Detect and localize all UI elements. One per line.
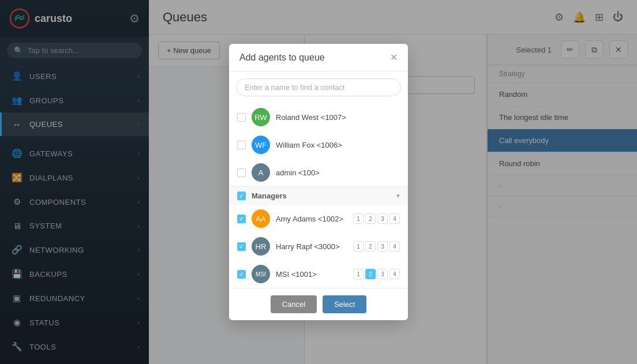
group-arrow-icon: ▾ xyxy=(396,192,400,200)
contact-avatar: MSI xyxy=(252,265,270,283)
tier-badge-2[interactable]: 2 xyxy=(365,213,376,224)
group-name: Managers xyxy=(252,192,391,200)
tier-badges: 1 2 3 4 xyxy=(353,269,400,279)
contact-item[interactable]: ✓ HR Harry Rapf <3000> 1 2 3 4 xyxy=(229,232,408,260)
tier-badge-3[interactable]: 3 xyxy=(377,269,388,279)
contact-name: Harry Rapf <3000> xyxy=(276,242,347,251)
tier-badge-4[interactable]: 4 xyxy=(389,213,400,224)
contact-avatar: WF xyxy=(252,136,270,154)
contact-item[interactable]: ✓ MSI MSI <1001> 1 2 3 4 xyxy=(229,260,408,288)
tier-badge-1[interactable]: 1 xyxy=(353,269,364,279)
contact-avatar: A xyxy=(252,163,270,182)
tier-badge-2[interactable]: 2 xyxy=(365,241,376,252)
contact-checkbox[interactable]: ✓ xyxy=(237,215,246,223)
tier-badges: 1 2 3 4 xyxy=(353,213,400,224)
cancel-button[interactable]: Cancel xyxy=(271,295,317,313)
contact-search-input[interactable] xyxy=(236,78,401,96)
group-header[interactable]: ✓ Managers ▾ xyxy=(229,186,408,205)
tier-badge-1[interactable]: 1 xyxy=(353,213,364,224)
tier-badge-1[interactable]: 1 xyxy=(353,241,364,252)
contact-checkbox[interactable] xyxy=(237,113,246,122)
modal-title: Add agents to queue xyxy=(239,52,325,63)
add-agents-modal: Add agents to queue ✕ RW Roland West <10… xyxy=(229,44,408,320)
contact-item[interactable]: ✓ AA Amy Adams <1002> 1 2 3 4 xyxy=(229,205,408,232)
contact-list: RW Roland West <1007> WF William Fox <10… xyxy=(229,103,408,288)
tier-badge-4[interactable]: 4 xyxy=(389,241,400,252)
contact-item[interactable]: A admin <100> xyxy=(229,159,408,186)
modal-header: Add agents to queue ✕ xyxy=(229,44,408,72)
modal-close-button[interactable]: ✕ xyxy=(390,52,398,63)
contact-item[interactable]: RW Roland West <1007> xyxy=(229,103,408,131)
group-checkbox[interactable]: ✓ xyxy=(237,192,246,200)
tier-badge-3[interactable]: 3 xyxy=(377,213,388,224)
contact-item[interactable]: WF William Fox <1006> xyxy=(229,131,408,159)
contact-name: MSI <1001> xyxy=(276,270,347,279)
contact-avatar: AA xyxy=(252,209,270,228)
contact-name: Roland West <1007> xyxy=(276,113,400,122)
contact-checkbox[interactable]: ✓ xyxy=(237,242,246,251)
contact-checkbox[interactable] xyxy=(237,141,246,149)
tier-badges: 1 2 3 4 xyxy=(353,241,400,252)
contact-name: Amy Adams <1002> xyxy=(276,215,347,223)
contact-name: admin <100> xyxy=(276,168,400,177)
contact-avatar: HR xyxy=(252,237,270,256)
tier-badge-2[interactable]: 2 xyxy=(365,269,376,279)
tier-badge-4[interactable]: 4 xyxy=(389,269,400,279)
contact-checkbox[interactable] xyxy=(237,168,246,177)
contact-checkbox[interactable]: ✓ xyxy=(237,270,246,279)
select-button[interactable]: Select xyxy=(323,295,366,313)
modal-footer: Cancel Select xyxy=(229,288,408,320)
tier-badge-3[interactable]: 3 xyxy=(377,241,388,252)
contact-avatar: RW xyxy=(252,108,270,126)
modal-overlay: Add agents to queue ✕ RW Roland West <10… xyxy=(0,0,637,364)
contact-name: William Fox <1006> xyxy=(276,141,400,149)
